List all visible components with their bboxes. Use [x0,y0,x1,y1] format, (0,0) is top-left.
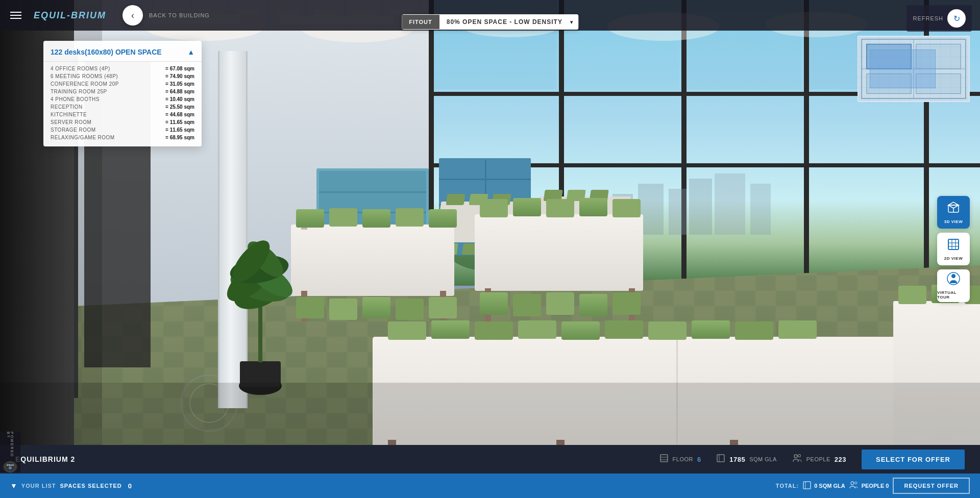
svg-rect-163 [803,482,811,489]
svg-text:SPACES: SPACES [7,464,14,466]
info-row: 4 OFFICE ROOMS (4P) = 67.08 sqm [43,65,202,72]
svg-rect-88 [480,292,508,315]
svg-rect-105 [605,320,643,339]
svg-point-166 [854,482,856,484]
virtual-tour-button[interactable]: VIRTUAL TOUR [937,269,970,302]
info-row-value: = 67.08 sqm [165,66,194,71]
info-row-value: = 25.50 sqm [165,104,194,110]
sqm-icon [716,454,725,465]
info-row: 4 PHONE BOOTHS = 10.40 sqm [43,95,202,103]
info-row: RELAXING/GAME ROOM = 68.95 sqm [43,134,202,141]
info-panel: 122 desks(160x80) OPEN SPACE ▲ 4 OFFICE … [43,41,202,146]
svg-point-161 [794,455,797,458]
svg-rect-78 [396,298,424,320]
info-row-label: TRAINING ROOM 25P [51,89,107,94]
powered-by-text: POWERED BY [7,432,14,458]
select-offer-button[interactable]: SELECT FOR OFFER [862,450,965,469]
hamburger-menu[interactable] [8,10,23,21]
minimap [857,36,970,102]
svg-point-165 [851,482,854,485]
info-rows-container: 4 OFFICE ROOMS (4P) = 67.08 sqm 6 MEETIN… [43,65,202,141]
info-row-label: RECEPTION [51,104,83,110]
list-people-value: PEOPLE 0 [862,483,889,489]
info-row-value: = 64.88 sqm [165,89,194,94]
info-row-label: CONFERENCE ROOM 20P [51,81,119,87]
back-to-building-label[interactable]: BACK TO BUILDING [149,12,210,18]
sqm-item: 1785 SQM GLA [716,454,777,465]
list-expand-icon[interactable]: ▼ [10,482,17,490]
back-button[interactable]: ‹ [122,5,143,26]
spaces-selected-label: SPACES SELECTED [60,483,122,489]
2d-view-label: 2D VIEW [944,256,963,261]
info-row: TRAINING ROOM 25P = 64.88 sqm [43,88,202,95]
info-row-value: = 68.95 sqm [165,135,194,140]
floor-icon [659,454,669,465]
svg-rect-111 [898,286,926,304]
info-row: SERVER ROOM = 11.65 sqm [43,118,202,126]
info-row: STORAGE ROOM = 11.65 sqm [43,126,202,134]
svg-rect-42 [219,51,248,408]
info-row: RECEPTION = 25.50 sqm [43,103,202,111]
info-row: KITCHINETTE = 44.68 sqm [43,111,202,118]
svg-rect-72 [362,209,390,228]
spaces-count: 0 [128,482,132,490]
sqm-value: 1785 [729,456,745,463]
topbar: EQUIL-BRIUM ‹ BACK TO BUILDING FITOUT 80… [0,0,980,31]
people-label: PEOPLE [806,456,830,462]
svg-rect-87 [612,199,641,217]
refresh-button[interactable]: REFRESH ↻ [906,5,972,32]
svg-line-147 [953,205,959,208]
svg-rect-135 [0,383,980,453]
list-people-stat: PEOPLE 0 [849,481,889,491]
list-sqm-value: 0 SQM GLA [814,483,845,489]
svg-rect-79 [429,297,457,318]
svg-rect-102 [475,321,513,340]
svg-rect-89 [513,294,541,316]
svg-marker-145 [948,202,959,205]
svg-rect-156 [660,455,668,462]
list-people-icon [849,481,859,491]
virtual-tour-icon [947,272,960,288]
list-bar: ▼ YOUR LIST SPACES SELECTED 0 TOTAL: 0 S… [0,474,980,498]
svg-rect-103 [518,320,556,339]
svg-rect-86 [579,198,607,216]
status-bar: EQUILIBRIUM 2 FLOOR 6 1785 SQM GLA [0,445,980,474]
request-offer-button[interactable]: REQUEST OFFER [893,478,970,494]
info-row-label: SERVER ROOM [51,119,91,125]
2d-view-icon [947,238,960,254]
svg-rect-71 [329,208,357,227]
2d-view-button[interactable]: 2D VIEW [937,233,970,265]
svg-rect-109 [778,320,817,339]
svg-rect-149 [948,239,959,250]
building-name: EQUILIBRIUM 2 [15,455,644,463]
svg-rect-84 [513,198,541,216]
right-controls: 3D VIEW 2D VIEW [937,196,970,302]
3d-view-label: 3D VIEW [944,219,963,224]
info-row-value: = 11.65 sqm [165,127,194,133]
floor-label: FLOOR [673,456,693,462]
info-row-label: 6 MEETING ROOMS (48P) [51,73,118,79]
info-row: CONFERENCE ROOM 20P = 31.05 sqm [43,80,202,88]
svg-rect-34 [689,179,712,235]
fitout-dropdown[interactable]: 80% OPEN SPACE - LOW DENSITY 60% OPEN SP… [439,14,578,30]
svg-rect-91 [579,294,607,316]
svg-rect-159 [717,455,724,462]
info-row-value: = 44.68 sqm [165,112,194,117]
virtual-tour-label: VIRTUAL TOUR [937,290,970,300]
svg-rect-100 [388,321,426,340]
app-logo: EQUIL-BRIUM [34,10,106,21]
panel-toggle-button[interactable]: ▲ [187,48,194,56]
info-panel-header: 122 desks(160x80) OPEN SPACE ▲ [43,46,202,62]
info-row: 6 MEETING ROOMS (48P) = 74.90 sqm [43,72,202,80]
svg-rect-20 [804,0,809,286]
refresh-label: REFRESH [913,15,943,21]
svg-rect-77 [362,297,390,318]
powered-by-badge: POWERED BY SPACES [0,432,20,472]
svg-rect-104 [561,321,600,340]
svg-point-169 [9,466,12,469]
3d-view-button[interactable]: 3D VIEW [937,196,970,229]
svg-rect-73 [396,208,424,227]
3d-view-icon [947,201,960,217]
info-row-value: = 11.65 sqm [165,119,194,125]
info-row-label: RELAXING/GAME ROOM [51,135,115,140]
